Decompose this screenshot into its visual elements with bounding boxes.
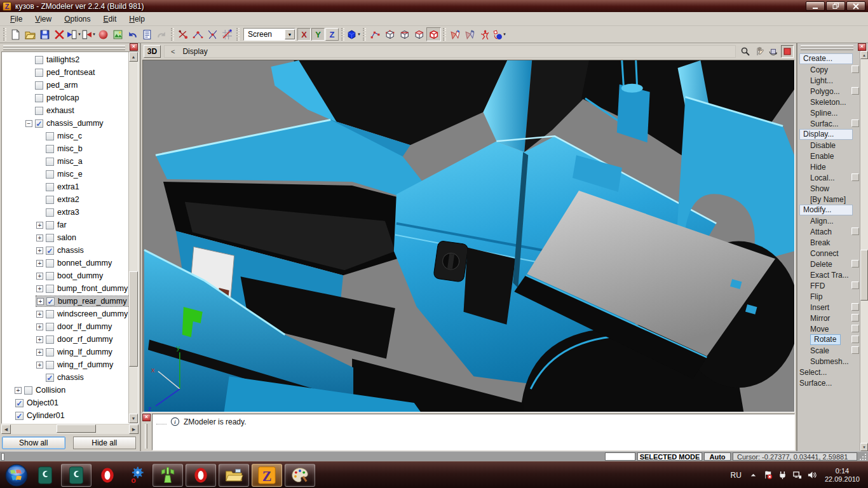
close-message-panel-button[interactable]: ×	[142, 414, 151, 421]
command-option-box[interactable]	[851, 65, 859, 73]
tree-item-wing_lf_dummy[interactable]: +wing_lf_dummy	[2, 346, 128, 358]
command-scale[interactable]: Scale	[797, 345, 860, 356]
command-disable[interactable]: Disable	[797, 140, 860, 151]
visibility-checkbox[interactable]: ✓	[46, 374, 54, 382]
weld-target-button[interactable]	[191, 27, 205, 41]
hide-all-button[interactable]: Hide all	[73, 437, 137, 449]
visibility-checkbox[interactable]	[46, 221, 54, 229]
command-insert[interactable]: Insert	[797, 302, 860, 313]
power-icon[interactable]	[778, 470, 787, 480]
visibility-checkbox[interactable]: ✓	[46, 247, 54, 255]
command-move[interactable]: Move	[797, 323, 860, 334]
command-align[interactable]: Align...	[797, 215, 860, 226]
command-hide[interactable]: Hide	[797, 161, 860, 172]
command-modify[interactable]: Modify...	[797, 205, 860, 215]
scrollbar-thumb[interactable]	[57, 424, 96, 433]
command-exact-tra[interactable]: Exact Tra...	[797, 269, 860, 280]
tree-horizontal-scrollbar[interactable]: ◀ ▶	[1, 424, 139, 434]
action-center-icon[interactable]	[763, 470, 773, 480]
faces-mode-button[interactable]	[397, 27, 412, 41]
objects-mode-button[interactable]	[426, 27, 441, 41]
tree-item-Cylinder01[interactable]: ✓Cylinder01	[2, 409, 128, 422]
tree-item-misc_b[interactable]: misc_b	[2, 142, 128, 155]
command-enable[interactable]: Enable	[797, 151, 860, 161]
attach-tool-button[interactable]	[463, 27, 477, 41]
back-arrow-icon[interactable]: <	[171, 48, 175, 55]
tree-item-wing_rf_dummy[interactable]: +wing_rf_dummy	[2, 358, 128, 371]
taskbar-opera-pinned[interactable]	[94, 464, 121, 487]
visibility-checkbox[interactable]	[46, 348, 54, 356]
expand-icon[interactable]: +	[37, 298, 44, 305]
view-3d-button[interactable]: 3D	[144, 45, 161, 58]
command-option-box[interactable]	[851, 281, 859, 289]
menu-file[interactable]: File	[4, 13, 29, 25]
command-attach[interactable]: Attach	[797, 226, 860, 237]
tree-item-bonnet_dummy[interactable]: +bonnet_dummy	[2, 257, 128, 269]
command-spline[interactable]: Spline...	[797, 107, 860, 118]
expand-icon[interactable]: +	[36, 336, 43, 343]
command-option-box[interactable]	[851, 87, 859, 95]
command-option-box[interactable]	[851, 336, 859, 343]
scroll-down-icon[interactable]: ▼	[860, 443, 868, 451]
scrollbar-track[interactable]	[860, 59, 868, 443]
bones-tool-button[interactable]	[477, 27, 492, 41]
command-light[interactable]: Light...	[797, 75, 860, 86]
edges-mode-button[interactable]	[383, 27, 397, 41]
vertices-mode-button[interactable]	[368, 27, 383, 41]
taskbar-gear-app[interactable]: o	[123, 464, 150, 487]
taskbar-green-app[interactable]	[32, 464, 58, 487]
delete-selected-button[interactable]	[52, 27, 67, 41]
taskbar-opera-browser[interactable]	[186, 464, 216, 487]
polygons-mode-button[interactable]	[412, 27, 426, 41]
visibility-checkbox[interactable]	[46, 272, 54, 280]
import-button[interactable]: ▼	[67, 27, 81, 41]
command-panel-scrollbar[interactable]: ▲ ▼	[860, 51, 868, 451]
tree-item-door_lf_dummy[interactable]: +door_lf_dummy	[2, 320, 128, 333]
menu-edit[interactable]: Edit	[97, 13, 123, 25]
command-option-box[interactable]	[851, 119, 859, 127]
tree-item-misc_e[interactable]: misc_e	[2, 168, 128, 180]
maximize-viewport-button[interactable]	[781, 45, 794, 58]
zoom-tool-button[interactable]	[739, 45, 752, 58]
command-copy[interactable]: Copy	[797, 64, 860, 75]
collapse-icon[interactable]: −	[25, 120, 32, 127]
taskbar-paint-app[interactable]	[285, 464, 315, 487]
scrollbar-track[interactable]	[129, 62, 138, 414]
command-surface[interactable]: Surface...	[797, 377, 860, 388]
command-option-box[interactable]	[851, 314, 859, 322]
scroll-left-icon[interactable]: ◀	[1, 424, 11, 434]
taskbar-zmodeler[interactable]: Z	[252, 464, 282, 487]
taskbar-green-app-2[interactable]	[61, 464, 92, 487]
open-file-button[interactable]	[23, 27, 37, 41]
export-button[interactable]: ▼	[81, 27, 96, 41]
visibility-checkbox[interactable]	[46, 285, 54, 293]
command-show[interactable]: Show	[797, 183, 860, 194]
weld-vertices-button[interactable]	[176, 27, 191, 41]
tree-item-misc_c[interactable]: misc_c	[2, 130, 128, 142]
expand-icon[interactable]: +	[36, 323, 43, 330]
command-option-box[interactable]	[851, 260, 859, 268]
visibility-checkbox[interactable]	[35, 81, 43, 90]
visibility-checkbox[interactable]: ✓	[15, 412, 24, 420]
command-surfac[interactable]: Surfac...	[797, 118, 860, 129]
menu-options[interactable]: Options	[58, 13, 97, 25]
redo-button[interactable]	[154, 27, 169, 41]
visibility-checkbox[interactable]: ✓	[46, 297, 55, 306]
expand-icon[interactable]: +	[36, 362, 43, 369]
command-mirror[interactable]: Mirror	[797, 313, 860, 323]
tree-item-petrolcap[interactable]: petrolcap	[2, 92, 128, 104]
visibility-checkbox[interactable]	[46, 170, 54, 179]
expand-icon[interactable]: +	[36, 311, 43, 318]
command-select[interactable]: Select...	[797, 367, 860, 377]
tree-vertical-scrollbar[interactable]: ▲ ▼	[128, 52, 138, 423]
tray-expand-icon[interactable]	[749, 470, 758, 480]
history-log-button[interactable]	[140, 27, 154, 41]
start-button[interactable]	[3, 463, 31, 488]
scroll-right-icon[interactable]: ▶	[129, 424, 139, 434]
network-icon[interactable]	[792, 470, 802, 480]
dropdown-caret-icon[interactable]: ▼	[357, 32, 361, 36]
tree-item-ped_frontseat[interactable]: ped_frontseat	[2, 66, 128, 79]
tree-item-chassis[interactable]: ✓chassis	[2, 371, 128, 384]
expand-icon[interactable]: +	[36, 260, 43, 267]
command-option-box[interactable]	[851, 346, 859, 354]
